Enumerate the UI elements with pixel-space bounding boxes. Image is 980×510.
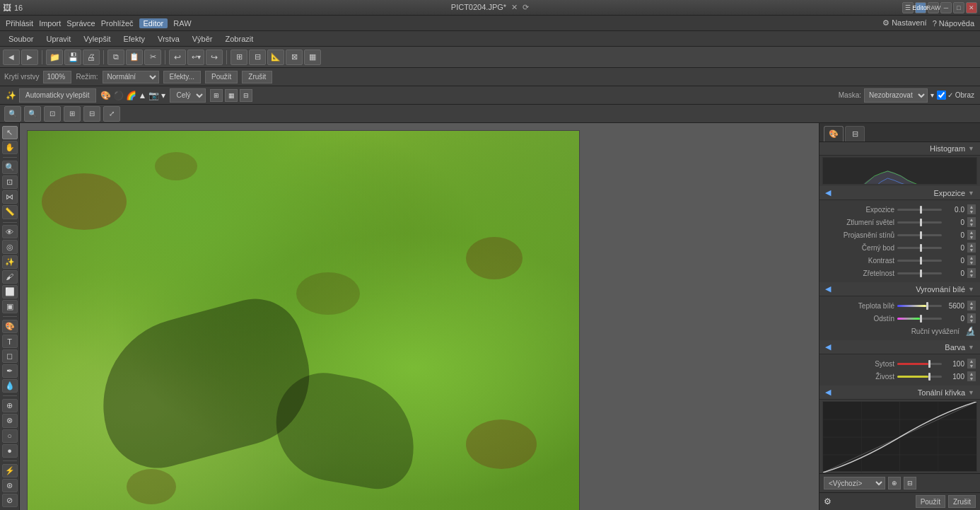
menu-soubor[interactable]: Soubor <box>3 33 39 45</box>
apply-btn[interactable]: Použít <box>205 71 238 83</box>
cancel-btn[interactable]: Zrušit <box>242 71 272 83</box>
projasneni-down[interactable]: ▼ <box>967 235 976 240</box>
view-icon3[interactable]: ⊟ <box>240 89 252 102</box>
raw-menu[interactable]: RAW <box>173 19 191 28</box>
exposure-header[interactable]: ◀ Expozice ▼ <box>819 186 980 200</box>
sytost-down[interactable]: ▼ <box>967 364 976 369</box>
zretelnost-spinbtn[interactable]: ▲ ▼ <box>967 268 976 278</box>
kontrast-up[interactable]: ▲ <box>967 255 976 260</box>
maximize-btn[interactable]: □ <box>953 2 964 13</box>
tool-eraser[interactable]: ⬜ <box>2 285 18 299</box>
obraz-check-input[interactable] <box>937 91 946 100</box>
cerny-down[interactable]: ▼ <box>967 248 976 253</box>
window-controls[interactable]: ☰ Editor RAW ─ □ ✕ <box>902 2 977 13</box>
title-close-x[interactable]: ✕ <box>511 3 518 11</box>
tool-slice[interactable]: ⋈ <box>2 190 18 204</box>
layer-opacity-input[interactable] <box>43 71 71 83</box>
obraz-checkbox[interactable]: ✓ Obraz <box>937 91 974 100</box>
tool-burn[interactable]: ● <box>2 444 18 458</box>
cerny-spinbtn[interactable]: ▲ ▼ <box>967 243 976 253</box>
tool-measure[interactable]: 📏 <box>2 205 18 219</box>
snap-btn[interactable]: ⊟ <box>249 50 266 65</box>
forward-btn[interactable]: ▶ <box>21 50 38 65</box>
auto-enhance-btn[interactable]: Automaticky vylepšit <box>19 88 96 103</box>
raw-btn[interactable]: RAW <box>928 2 939 13</box>
grid-btn[interactable]: ⊞ <box>231 50 247 65</box>
import-menu[interactable]: Import <box>39 19 61 28</box>
napoveda-menu[interactable]: ? Nápověda <box>933 19 974 28</box>
zoom-select[interactable]: Celý <box>170 88 206 103</box>
tool-clone[interactable]: ⊗ <box>2 414 18 427</box>
projasneni-up[interactable]: ▲ <box>967 230 976 235</box>
tool-pointer[interactable]: ↖ <box>2 126 18 139</box>
tool-dodge[interactable]: ○ <box>2 429 18 443</box>
tool-extra3[interactable]: ⊘ <box>2 494 18 507</box>
tool-extra2[interactable]: ⊛ <box>2 479 18 492</box>
effects-btn[interactable]: Efekty... <box>163 71 201 83</box>
copy-btn[interactable]: ⧉ <box>107 50 124 65</box>
mask-dropdown-icon[interactable]: ▾ <box>931 91 934 99</box>
expozice-up[interactable]: ▲ <box>967 204 976 209</box>
kontrast-down[interactable]: ▼ <box>967 260 976 265</box>
odstin-down[interactable]: ▼ <box>967 318 976 323</box>
menu-efekty[interactable]: Efekty <box>117 33 151 45</box>
tool-crop[interactable]: ⊡ <box>2 175 18 189</box>
exposure-collapse-icon[interactable]: ▼ <box>968 190 974 197</box>
qt-fullscreen[interactable]: ⤢ <box>103 106 120 122</box>
krivka-collapse-icon[interactable]: ▼ <box>968 389 974 396</box>
view-icon1[interactable]: ⊞ <box>210 89 223 102</box>
editor-menu[interactable]: Editor <box>139 18 168 28</box>
projasneni-spinbtn[interactable]: ▲ ▼ <box>967 230 976 240</box>
sytost-spinbtn[interactable]: ▲ ▼ <box>967 359 976 369</box>
view3-btn[interactable]: ⊠ <box>286 50 303 65</box>
kontrast-spinbtn[interactable]: ▲ ▼ <box>967 255 976 265</box>
tool-magic[interactable]: ✨ <box>2 255 18 269</box>
teplota-up[interactable]: ▲ <box>967 301 976 306</box>
zretelnost-up[interactable]: ▲ <box>967 268 976 273</box>
paste-btn[interactable]: 📋 <box>126 50 143 65</box>
krivka-header[interactable]: ◀ Tonální křivka ▼ <box>819 386 980 400</box>
wb-header[interactable]: ◀ Vyrovnání bílé ▼ <box>819 282 980 296</box>
barva-header[interactable]: ◀ Barva ▼ <box>819 340 980 354</box>
tool-text[interactable]: T <box>2 335 18 348</box>
mode-select[interactable]: Normální Normální i <box>103 71 159 83</box>
expozice-spinbtn[interactable]: ▲ ▼ <box>967 204 976 214</box>
menu-zobrazit[interactable]: Zobrazit <box>220 33 259 45</box>
prihlas-menu[interactable]: Přihlásit <box>6 19 33 28</box>
menu-vyber[interactable]: Výběr <box>187 33 218 45</box>
tab-layers[interactable]: ⊟ <box>845 126 865 141</box>
redo-btn[interactable]: ↪ <box>206 50 223 65</box>
undo-history-btn[interactable]: ↩▾ <box>187 50 204 65</box>
panel-cancel-btn[interactable]: Zrušit <box>948 495 976 508</box>
close-btn[interactable]: ✕ <box>966 2 977 13</box>
editor-btn[interactable]: Editor <box>915 2 926 13</box>
save-btn[interactable]: 💾 <box>64 50 81 65</box>
qt-fill-screen[interactable]: ⊟ <box>83 106 100 122</box>
back-btn[interactable]: ◀ <box>3 50 20 65</box>
tool-eyedropper[interactable]: 💧 <box>2 379 18 393</box>
panel-use-btn[interactable]: Použít <box>916 495 945 508</box>
wb-collapse-icon[interactable]: ▼ <box>968 286 974 293</box>
menu-upravit[interactable]: Upravit <box>40 33 76 45</box>
tool-redeye[interactable]: 👁 <box>2 225 18 238</box>
settings-icon[interactable]: ⚙ <box>824 497 832 506</box>
zivost-down[interactable]: ▼ <box>967 376 976 381</box>
ztlumeni-spinbtn[interactable]: ▲ ▼ <box>967 217 976 227</box>
tool-hand[interactable]: ✋ <box>2 141 18 154</box>
tool-extra1[interactable]: ⚡ <box>2 464 18 477</box>
preset-select[interactable]: <Výchozí> <box>824 477 885 489</box>
title-refresh[interactable]: ⟳ <box>523 3 529 11</box>
tool-pen[interactable]: ✒ <box>2 364 18 378</box>
odstin-spinbtn[interactable]: ▲ ▼ <box>967 313 976 323</box>
cut-btn[interactable]: ✂ <box>144 50 161 65</box>
expozice-down[interactable]: ▼ <box>967 209 976 214</box>
ztlumeni-up[interactable]: ▲ <box>967 217 976 222</box>
tool-heal[interactable]: ⊕ <box>2 399 18 412</box>
qt-fit-screen[interactable]: ⊡ <box>44 106 61 122</box>
teplota-down[interactable]: ▼ <box>967 306 976 311</box>
view4-btn[interactable]: ▦ <box>304 50 321 65</box>
minimize-btn[interactable]: ─ <box>940 2 952 13</box>
zivost-up[interactable]: ▲ <box>967 371 976 376</box>
mask-select[interactable]: Nezobrazovat <box>864 88 928 103</box>
tool-zoom[interactable]: 🔍 <box>2 161 18 174</box>
